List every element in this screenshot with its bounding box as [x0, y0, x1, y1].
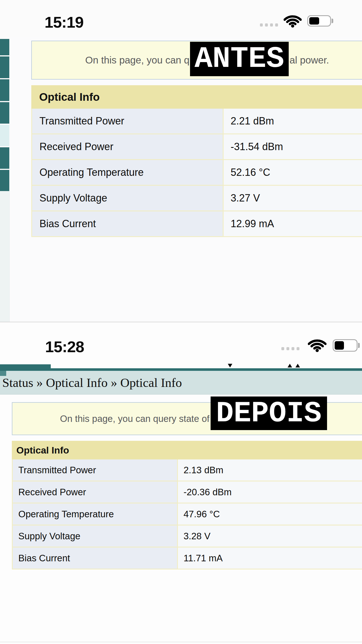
row-label: Transmitted Power [13, 459, 177, 481]
header-bar-corner-fragment [0, 371, 6, 376]
row-label: Operating Temperature [32, 160, 223, 185]
header-bar [0, 368, 362, 371]
row-value: 3.28 V [177, 525, 362, 547]
row-value: 2.13 dBm [177, 459, 362, 481]
banner-text-suffix: al power. [290, 54, 329, 66]
depois-overlay-label: DEPOIS [211, 397, 327, 430]
table-row: Bias Current12.99 mA [32, 211, 362, 237]
sidebar-menu-item[interactable] [0, 79, 9, 101]
status-time: 15:28 [45, 338, 84, 356]
sidebar-menu-item[interactable] [0, 39, 9, 55]
table-row: Supply Voltage3.27 V [32, 186, 362, 211]
table-row: Supply Voltage3.28 V [13, 525, 362, 547]
info-banner: On this page, you can q ANTES al power. [31, 41, 362, 80]
breadcrumb-text[interactable]: Status » Optical Info » Optical Info [0, 375, 182, 390]
table-row: Bias Current11.71 mA [13, 547, 362, 569]
sidebar-menu-item-selected[interactable] [0, 125, 9, 146]
wifi-icon [308, 338, 326, 353]
before-after-comparison: 15:19 On this page, you can q ANTES [0, 0, 362, 644]
banner-text-prefix: On this page, you can query state of [12, 413, 209, 424]
row-value: -20.36 dBm [177, 481, 362, 503]
status-time: 15:19 [45, 13, 83, 31]
table-title: Optical Info [12, 441, 362, 459]
screenshot-before: 15:19 On this page, you can q ANTES [0, 0, 362, 322]
banner-text-prefix: On this page, you can q [32, 54, 189, 66]
row-value: 2.21 dBm [223, 109, 362, 133]
row-label: Bias Current [13, 547, 177, 569]
cellular-signal-dots-icon [281, 347, 299, 350]
optical-info-table: Optical Info Transmitted Power2.21 dBmRe… [31, 85, 362, 237]
cropped-glyph-fragment [228, 364, 232, 367]
screenshot-after: 15:28 Status » Optical Info » Optical In… [0, 322, 362, 644]
battery-icon [333, 339, 360, 352]
sidebar-menu-item[interactable] [0, 170, 9, 191]
row-value: 47.96 °C [177, 503, 362, 525]
sidebar-menu-item[interactable] [0, 102, 9, 124]
row-value: 52.16 °C [223, 160, 362, 185]
sidebar-strip [0, 191, 10, 322]
row-value: -31.54 dBm [223, 134, 362, 159]
table-row: Transmitted Power2.21 dBm [32, 109, 362, 134]
table-row: Transmitted Power2.13 dBm [13, 459, 362, 481]
sidebar-menu-item[interactable] [0, 147, 9, 169]
cellular-signal-dots-icon [260, 23, 278, 27]
table-row: Received Power-20.36 dBm [13, 481, 362, 503]
row-label: Operating Temperature [13, 503, 177, 525]
row-value: 12.99 mA [223, 211, 362, 236]
info-banner: On this page, you can query state of DEP… [12, 402, 362, 435]
page-bottom-rule [0, 642, 362, 642]
row-label: Received Power [32, 134, 223, 159]
wifi-icon [284, 14, 302, 29]
row-label: Received Power [13, 481, 177, 503]
table-body: Transmitted Power2.21 dBmReceived Power-… [31, 109, 362, 237]
sidebar-menu-item[interactable] [0, 56, 9, 78]
row-value: 11.71 mA [177, 547, 362, 569]
row-label: Bias Current [32, 211, 223, 236]
table-row: Received Power-31.54 dBm [32, 134, 362, 160]
battery-icon [307, 15, 333, 27]
cropped-glyph-fragment [288, 364, 292, 367]
table-body: Transmitted Power2.13 dBmReceived Power-… [12, 459, 362, 569]
table-title: Optical Info [31, 85, 362, 109]
table-row: Operating Temperature52.16 °C [32, 160, 362, 186]
optical-info-table: Optical Info Transmitted Power2.13 dBmRe… [12, 441, 362, 569]
antes-overlay-label: ANTES [190, 42, 289, 76]
breadcrumb[interactable]: Status » Optical Info » Optical Info [0, 371, 362, 395]
row-label: Supply Voltage [13, 525, 177, 547]
cropped-glyph-fragment [295, 364, 300, 367]
row-value: 3.27 V [223, 186, 362, 211]
row-label: Supply Voltage [32, 186, 223, 211]
row-label: Transmitted Power [32, 109, 223, 133]
table-row: Operating Temperature47.96 °C [13, 503, 362, 525]
